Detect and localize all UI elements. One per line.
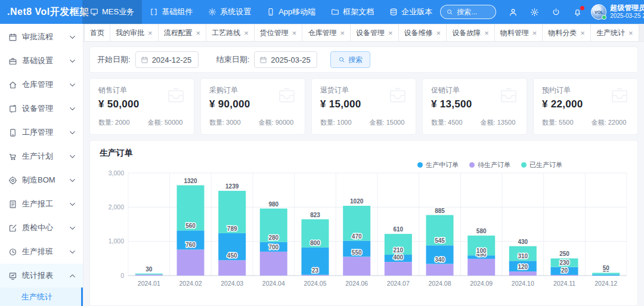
svg-text:230: 230 [559, 259, 569, 266]
close-icon[interactable]: × [436, 29, 441, 37]
svg-text:2024.03: 2024.03 [221, 280, 243, 287]
stat-card-meta: 数量: 3000金额: 90000 [209, 118, 296, 127]
svg-text:30: 30 [145, 266, 153, 273]
edit-icon [8, 224, 17, 233]
search-button-label: 搜索 [348, 55, 363, 65]
svg-text:2024.07: 2024.07 [387, 280, 410, 287]
tab-仓库管理[interactable]: 仓库管理× [302, 24, 351, 41]
legend-item-待生产订单[interactable]: 待生产订单 [469, 160, 510, 169]
close-icon[interactable]: × [580, 29, 585, 37]
close-icon[interactable]: × [292, 29, 297, 37]
sidebar-item-label: 质检中心 [22, 222, 53, 233]
end-date-input[interactable] [271, 55, 312, 64]
tab-label: 货位管理 [260, 28, 289, 38]
svg-text:0: 0 [120, 272, 124, 279]
svg-text:20: 20 [561, 267, 568, 274]
nav-item-框架文档[interactable]: 框架文档 [323, 0, 382, 24]
stat-card-退货订单: 退货订单¥ 15,000数量: 1000金额: 15000 [311, 78, 416, 135]
tab-label: 仓库管理 [308, 28, 336, 38]
svg-text:2024.04: 2024.04 [262, 280, 285, 287]
tab-生产统计[interactable]: 生产统计× [590, 24, 639, 41]
nav-item-App移动端[interactable]: App移动端 [259, 0, 323, 24]
start-date-input[interactable] [152, 55, 193, 64]
sidebar-item-设备管理[interactable]: 设备管理 [0, 97, 83, 120]
sidebar: 审批流程基础设置仓库管理设备管理工序管理生产计划制造BOM生产报工质检中心生产排… [0, 24, 83, 306]
close-icon[interactable]: × [340, 29, 345, 37]
nav-item-系统设置[interactable]: 系统设置 [200, 0, 259, 24]
legend-dot [469, 162, 475, 168]
legend-item-生产中订单[interactable]: 生产中订单 [417, 160, 459, 169]
toolbox-icon [8, 57, 17, 66]
sidebar-item-制造BOM[interactable]: 制造BOM [0, 168, 83, 192]
tab-物料分类[interactable]: 物料分类× [542, 24, 591, 41]
folder-icon [331, 8, 339, 16]
tab-我的审批[interactable]: 我的审批× [110, 24, 159, 41]
end-date-field[interactable] [254, 51, 317, 68]
search-input[interactable] [457, 8, 491, 16]
search-icon [338, 56, 345, 63]
tab-工艺路线[interactable]: 工艺路线× [206, 24, 255, 41]
production-orders-panel: 生产订单 生产中订单待生产订单已生产订单 01,0002,0003,000303… [89, 140, 638, 306]
avatar[interactable]: VOL [591, 4, 606, 20]
close-icon[interactable]: × [196, 29, 201, 37]
svg-text:50: 50 [603, 265, 610, 271]
sidebar-item-工序管理[interactable]: 工序管理 [0, 120, 83, 144]
svg-text:2024.01: 2024.01 [138, 280, 160, 287]
chevron-down-icon [68, 152, 77, 161]
tab-首页[interactable]: 首页 [84, 24, 110, 41]
legend-dot [521, 162, 527, 168]
tab-设备维修[interactable]: 设备维修× [398, 24, 447, 41]
close-icon[interactable]: × [148, 29, 153, 37]
svg-text:980: 980 [268, 201, 278, 208]
sidebar-item-仓库管理[interactable]: 仓库管理 [0, 73, 83, 97]
search-button[interactable]: 搜索 [330, 51, 370, 68]
stat-card-amt: 金额: 15000 [370, 118, 405, 127]
sidebar-item-审批流程[interactable]: 审批流程 [0, 25, 83, 49]
svg-text:3,000: 3,000 [109, 169, 124, 177]
stat-card-meta: 数量: 1000金额: 15000 [320, 118, 407, 127]
tab-货位管理[interactable]: 货位管理× [254, 24, 303, 41]
sidebar-item-统计报表[interactable]: 统计报表 [0, 264, 83, 288]
sidebar-item-label: 生产报工 [22, 199, 53, 209]
global-search[interactable] [440, 5, 496, 19]
svg-text:2024.12: 2024.12 [595, 280, 617, 287]
sidebar-item-生产计划[interactable]: 生产计划 [0, 144, 83, 168]
sidebar-item-label: 基础设置 [22, 55, 53, 66]
power-icon[interactable] [552, 8, 561, 17]
tab-设备管理[interactable]: 设备管理× [350, 24, 399, 41]
stat-card-促销订单: 促销订单¥ 13,500数量: 4500金额: 13500 [422, 78, 527, 135]
close-icon[interactable]: × [628, 29, 633, 37]
content: 开始日期: 结束日期: 搜索 销售订单¥ 50,000数量: 2000金额: 5… [83, 42, 644, 306]
svg-text:430: 430 [518, 239, 528, 245]
calendar-icon [8, 33, 17, 42]
legend-label: 已生产订单 [530, 160, 562, 169]
close-icon[interactable]: × [244, 29, 249, 37]
enterprise-icon [389, 8, 398, 16]
sidebar-item-基础设置[interactable]: 基础设置 [0, 49, 83, 73]
sidebar-item-生产报工[interactable]: 生产报工 [0, 192, 83, 216]
tab-流程配置[interactable]: 流程配置× [158, 24, 207, 41]
stat-card-qty: 数量: 5500 [542, 118, 574, 127]
sidebar-item-label: 生产计划 [22, 151, 53, 162]
start-date-field[interactable] [135, 51, 199, 68]
nav-item-企业版本[interactable]: 企业版本 [382, 0, 440, 24]
gear-icon[interactable] [530, 8, 539, 17]
nav-item-MES业务[interactable]: MES业务 [82, 0, 142, 24]
sidebar-item-生产排班[interactable]: 生产排班 [0, 240, 83, 264]
svg-text:250: 250 [559, 251, 569, 257]
user-icon[interactable] [509, 8, 518, 17]
tab-物料管理[interactable]: 物料管理× [494, 24, 543, 41]
user-dropdown[interactable]: 超级管理员 2025-03-25 22:22:32 [610, 4, 644, 20]
legend-item-已生产订单[interactable]: 已生产订单 [521, 160, 562, 169]
stat-card-qty: 数量: 4500 [431, 118, 463, 127]
sidebar-subitem-生产统计[interactable]: 生产统计 [0, 288, 81, 306]
close-icon[interactable]: × [532, 29, 537, 37]
sidebar-item-label: 统计报表 [22, 270, 53, 281]
tab-设备故障[interactable]: 设备故障× [446, 24, 495, 41]
nav-item-基础组件[interactable]: 基础组件 [142, 0, 200, 24]
close-icon[interactable]: × [388, 29, 393, 37]
close-icon[interactable]: × [484, 29, 489, 37]
svg-text:789: 789 [227, 225, 237, 232]
bell-icon[interactable] [573, 8, 582, 17]
sidebar-item-质检中心[interactable]: 质检中心 [0, 216, 83, 240]
